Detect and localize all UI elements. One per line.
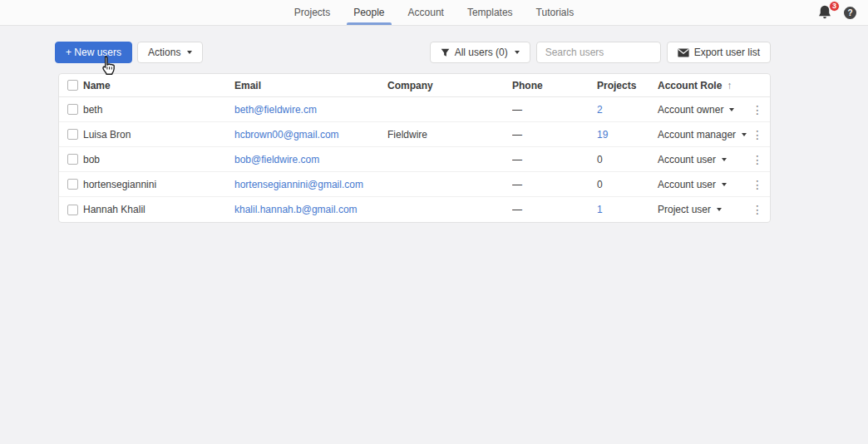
chevron-down-icon [187,51,192,54]
column-header-company[interactable]: Company [387,80,512,91]
new-users-button[interactable]: + New users [55,42,132,63]
account-role-label: Account user [658,179,716,190]
main-content: + New users Actions All users (0) [58,42,771,223]
table-row: Luisa Bron hcbrown00@gmail.com Fieldwire… [59,122,770,147]
user-name: bob [83,154,234,165]
user-name: hortensegiannini [83,179,234,190]
export-user-list-button[interactable]: Export user list [667,42,771,63]
chevron-down-icon [729,108,734,111]
notifications-bell-icon[interactable]: 3 [817,4,834,22]
chevron-down-icon [515,51,520,54]
account-role-dropdown[interactable]: Account owner [658,104,748,116]
account-role-dropdown[interactable]: Account manager [658,129,748,141]
actions-button[interactable]: Actions [137,42,203,63]
user-email-link[interactable]: bob@fieldwire.com [234,154,387,165]
row-checkbox[interactable] [67,154,78,165]
account-role-label: Account user [658,154,716,165]
column-header-projects[interactable]: Projects [597,80,658,91]
chevron-down-icon [722,158,727,161]
topbar-right-group: 3 ? [817,0,856,26]
projects-count[interactable]: 2 [597,104,658,116]
table-row: beth beth@fieldwire.cm — 2 Account owner… [59,97,770,122]
projects-count: 0 [597,179,658,190]
row-menu-button[interactable]: ⋮ [748,179,763,190]
user-name: Luisa Bron [83,129,234,141]
tab-account[interactable]: Account [407,0,446,25]
top-nav-bar: Projects People Account Templates Tutori… [0,0,868,26]
row-checkbox[interactable] [67,129,78,140]
projects-count: 0 [597,154,658,165]
table-row: hortensegiannini hortensegiannini@gmail.… [59,172,770,197]
projects-count[interactable]: 1 [597,204,658,215]
user-email-link[interactable]: beth@fieldwire.cm [234,104,387,116]
user-phone: — [512,204,597,215]
tab-templates[interactable]: Templates [466,0,515,25]
table-row: bob bob@fieldwire.com — 0 Account user ⋮ [59,147,770,172]
actions-button-label: Actions [148,47,180,58]
row-menu-button[interactable]: ⋮ [748,204,763,215]
table-body: beth beth@fieldwire.cm — 2 Account owner… [59,97,770,222]
tab-tutorials[interactable]: Tutorials [535,0,576,25]
filter-funnel-icon [441,48,450,57]
select-all-checkbox[interactable] [67,80,78,91]
toolbar: + New users Actions All users (0) [58,42,771,63]
account-role-label: Project user [658,204,711,215]
account-role-header-label: Account Role [658,80,722,91]
filter-users-button[interactable]: All users (0) [430,42,530,63]
row-checkbox[interactable] [67,104,78,115]
help-button[interactable]: ? [844,7,856,19]
column-header-email[interactable]: Email [234,80,387,91]
account-role-dropdown[interactable]: Account user [658,179,748,190]
tab-projects[interactable]: Projects [293,0,332,25]
table-header-row: Name Email Company Phone Projects Accoun… [59,74,770,97]
notification-badge: 3 [829,1,840,12]
users-table: Name Email Company Phone Projects Accoun… [58,73,771,223]
tab-people[interactable]: People [352,0,386,25]
projects-count[interactable]: 19 [597,129,658,141]
chevron-down-icon [722,183,727,186]
row-checkbox[interactable] [67,179,78,190]
user-phone: — [512,104,597,116]
toolbar-left-group: + New users Actions [58,42,203,63]
export-user-list-label: Export user list [694,47,760,58]
user-name: Hannah Khalil [83,204,234,215]
sort-ascending-icon: ↑ [727,80,732,91]
chevron-down-icon [717,208,722,211]
column-header-phone[interactable]: Phone [512,80,597,91]
user-email-link[interactable]: hortensegiannini@gmail.com [234,179,387,190]
account-role-dropdown[interactable]: Account user [658,154,748,165]
user-phone: — [512,154,597,165]
row-menu-button[interactable]: ⋮ [748,104,763,116]
user-company: Fieldwire [387,129,512,141]
user-name: beth [83,104,234,116]
filter-users-label: All users (0) [455,47,508,58]
account-role-dropdown[interactable]: Project user [658,204,748,215]
row-menu-button[interactable]: ⋮ [748,154,763,165]
column-header-name[interactable]: Name [83,80,234,91]
user-email-link[interactable]: khalil.hannah.b@gmail.com [234,204,387,215]
toolbar-right-group: All users (0) Export user list [430,42,771,63]
user-email-link[interactable]: hcbrown00@gmail.com [234,129,387,141]
table-row: Hannah Khalil khalil.hannah.b@gmail.com … [59,197,770,222]
column-header-account-role[interactable]: Account Role ↑ [658,80,748,91]
row-menu-button[interactable]: ⋮ [748,129,763,141]
chevron-down-icon [742,133,747,136]
envelope-icon [678,48,689,57]
row-checkbox[interactable] [67,205,78,215]
search-input[interactable] [536,42,661,63]
user-phone: — [512,179,597,190]
account-role-label: Account owner [658,104,723,116]
nav-tabs: Projects People Account Templates Tutori… [293,0,575,25]
account-role-label: Account manager [658,129,736,141]
user-phone: — [512,129,597,141]
